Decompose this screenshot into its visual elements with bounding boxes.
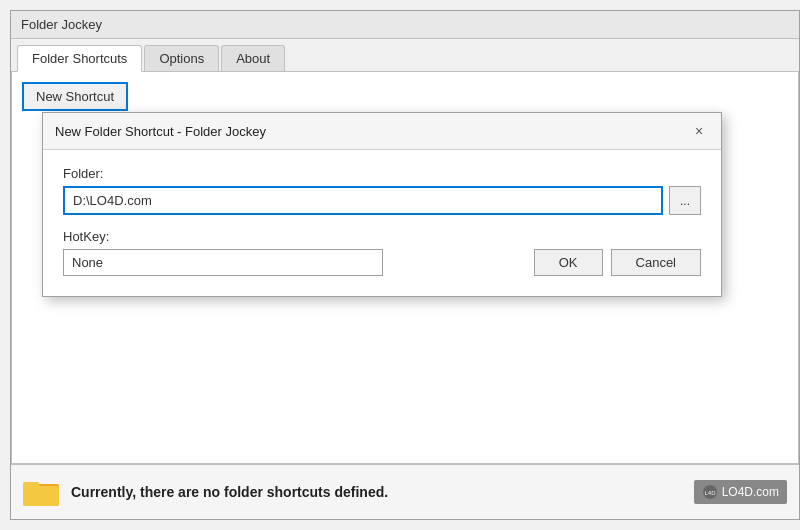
- tab-bar: Folder Shortcuts Options About: [11, 39, 799, 72]
- svg-rect-2: [23, 486, 59, 506]
- svg-text:L4D: L4D: [704, 490, 716, 496]
- lo4d-logo-icon: L4D: [702, 484, 718, 500]
- status-text: Currently, there are no folder shortcuts…: [71, 484, 388, 500]
- folder-icon: [23, 474, 59, 510]
- tab-folder-shortcuts[interactable]: Folder Shortcuts: [17, 45, 142, 72]
- modal-dialog: New Folder Shortcut - Folder Jockey × Fo…: [42, 112, 722, 297]
- status-bar: Currently, there are no folder shortcuts…: [11, 464, 799, 519]
- new-shortcut-button[interactable]: New Shortcut: [22, 82, 128, 111]
- main-window: Folder Jockey Folder Shortcuts Options A…: [10, 10, 800, 520]
- folder-label: Folder:: [63, 166, 701, 181]
- folder-input[interactable]: [63, 186, 663, 215]
- content-area: New Shortcut New Folder Shortcut - Folde…: [11, 72, 799, 464]
- lo4d-badge: L4D LO4D.com: [694, 480, 787, 504]
- hotkey-and-buttons: OK Cancel: [63, 249, 701, 276]
- tab-about[interactable]: About: [221, 45, 285, 71]
- hotkey-input[interactable]: [63, 249, 383, 276]
- window-title: Folder Jockey: [21, 17, 102, 32]
- modal-title: New Folder Shortcut - Folder Jockey: [55, 124, 266, 139]
- cancel-button[interactable]: Cancel: [611, 249, 701, 276]
- hotkey-label: HotKey:: [63, 229, 701, 244]
- modal-close-button[interactable]: ×: [689, 121, 709, 141]
- tab-options[interactable]: Options: [144, 45, 219, 71]
- browse-button[interactable]: ...: [669, 186, 701, 215]
- ok-button[interactable]: OK: [534, 249, 603, 276]
- title-bar: Folder Jockey: [11, 11, 799, 39]
- modal-title-bar: New Folder Shortcut - Folder Jockey ×: [43, 113, 721, 150]
- folder-input-row: ...: [63, 186, 701, 215]
- dialog-buttons: OK Cancel: [534, 249, 701, 276]
- modal-body: Folder: ... HotKey: OK: [43, 150, 721, 296]
